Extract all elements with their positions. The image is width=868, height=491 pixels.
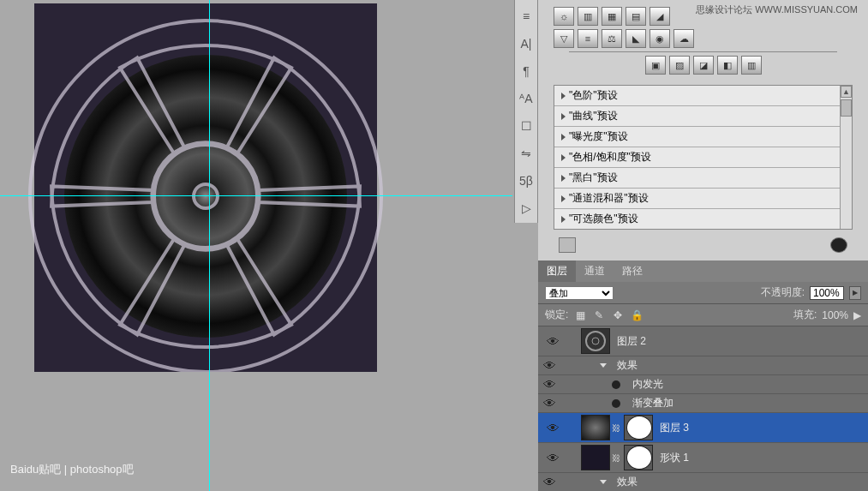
lock-all-icon[interactable]: 🔒 xyxy=(630,308,644,322)
view-icon[interactable] xyxy=(830,237,847,253)
adj-levels-icon[interactable]: ▥ xyxy=(578,7,598,26)
tab-layers[interactable]: 图层 xyxy=(538,260,576,282)
layer-row[interactable]: 👁 ⛓ 形状 1 xyxy=(538,443,868,473)
film-reel-artwork xyxy=(21,3,390,372)
preset-selective[interactable]: "可选颜色"预设 xyxy=(554,209,852,229)
preset-exposure[interactable]: "曝光度"预设 xyxy=(554,127,852,147)
triangle-down-icon[interactable] xyxy=(600,480,607,484)
lock-trans-icon[interactable]: ▦ xyxy=(573,308,587,322)
layer-thumb[interactable] xyxy=(581,415,610,440)
adj-poster-icon[interactable]: ▨ xyxy=(669,56,690,75)
fx-dot-icon xyxy=(612,399,620,408)
panel-tabs: 图层 通道 路径 xyxy=(538,260,868,282)
adj-vibrance-icon[interactable]: ◢ xyxy=(650,7,670,26)
watermark-text: Baidu贴吧 | photoshop吧 xyxy=(10,462,134,477)
adj-hue-icon[interactable]: ▽ xyxy=(554,29,574,48)
blend-mode-select[interactable]: 叠加 xyxy=(545,286,614,300)
layer-name[interactable]: 图层 3 xyxy=(660,421,689,435)
fill-value[interactable]: 100% xyxy=(822,309,848,321)
tool-font-icon[interactable]: ᴬA xyxy=(515,87,537,110)
adjustment-presets-list: "色阶"预设 "曲线"预设 "曝光度"预设 "色相/饱和度"预设 "黑白"预设 … xyxy=(554,85,853,230)
lock-paint-icon[interactable]: ✎ xyxy=(592,308,606,322)
layer-thumb[interactable] xyxy=(581,328,610,354)
tool-swap-icon[interactable]: ⇋ xyxy=(515,142,537,165)
adj-gradmap-icon[interactable]: ◧ xyxy=(717,56,738,75)
preset-label: "色相/饱和度"预设 xyxy=(569,150,651,165)
layer-name[interactable]: 形状 1 xyxy=(660,451,689,465)
tool-square-icon[interactable]: ☐ xyxy=(515,115,537,137)
preset-mixer[interactable]: "通道混和器"预设 xyxy=(554,189,852,209)
preset-hue[interactable]: "色相/饱和度"预设 xyxy=(554,147,852,168)
triangle-icon xyxy=(561,175,566,182)
tool-5b-icon[interactable]: 5β xyxy=(515,170,537,192)
adj-thresh-icon[interactable]: ◪ xyxy=(693,56,714,75)
tool-para-icon[interactable]: ≡ xyxy=(515,5,537,27)
fx-row[interactable]: 👁 效果 xyxy=(538,473,868,491)
lock-move-icon[interactable]: ✥ xyxy=(611,308,625,322)
tab-paths[interactable]: 路径 xyxy=(614,260,651,282)
adj-invert-icon[interactable]: ▣ xyxy=(645,56,666,75)
fx-label: 效果 xyxy=(617,475,638,489)
preset-label: "通道混和器"预设 xyxy=(569,191,649,206)
fx-label: 内发光 xyxy=(632,377,663,392)
preset-curves[interactable]: "曲线"预设 xyxy=(554,106,852,127)
layer-mask[interactable] xyxy=(624,445,653,470)
preset-levels[interactable]: "色阶"预设 xyxy=(554,86,852,106)
preset-bw[interactable]: "黑白"预设 xyxy=(554,168,852,189)
fx-gradient[interactable]: 👁 渐变叠加 xyxy=(538,394,868,413)
preset-scrollbar[interactable]: ▲ xyxy=(840,86,852,229)
link-icon[interactable]: ⛓ xyxy=(610,423,622,433)
canvas-area[interactable]: Baidu贴吧 | photoshop吧 xyxy=(0,0,512,491)
layers-panel: 图层 通道 路径 叠加 不透明度: 100% ▶ 锁定: ▦ ✎ ✥ 🔒 填充:… xyxy=(538,260,868,491)
tab-channels[interactable]: 通道 xyxy=(576,260,614,282)
fill-arrow-icon[interactable]: ▶ xyxy=(853,309,861,321)
triangle-icon xyxy=(561,93,566,99)
tool-pilcrow-icon[interactable]: ¶ xyxy=(515,60,537,82)
lock-row: 锁定: ▦ ✎ ✥ 🔒 填充: 100% ▶ xyxy=(538,304,868,326)
right-panel: 思缘设计论坛 WWW.MISSYUAN.COM ☼ ▥ ▦ ▤ ◢ ▽ ≡ ⚖ … xyxy=(538,0,868,491)
adj-brightness-icon[interactable]: ☼ xyxy=(554,7,574,26)
visibility-icon[interactable]: 👁 xyxy=(542,421,564,435)
scroll-thumb[interactable] xyxy=(841,99,852,117)
tool-play-icon[interactable]: ▷ xyxy=(515,197,537,219)
adj-lookup-icon[interactable]: ☁ xyxy=(673,29,694,48)
svg-point-0 xyxy=(64,55,347,338)
layer-mask[interactable] xyxy=(624,415,653,440)
preset-label: "黑白"预设 xyxy=(569,171,618,185)
triangle-down-icon[interactable] xyxy=(600,363,607,368)
visibility-icon[interactable]: 👁 xyxy=(542,451,564,465)
visibility-icon[interactable]: 👁 xyxy=(542,334,564,349)
opacity-arrow-icon[interactable]: ▶ xyxy=(849,286,861,300)
tool-char-icon[interactable]: A| xyxy=(515,33,537,55)
fx-label: 渐变叠加 xyxy=(632,396,673,410)
opacity-value[interactable]: 100% xyxy=(810,286,844,300)
adj-exposure-icon[interactable]: ▤ xyxy=(626,7,646,26)
visibility-icon[interactable]: 👁 xyxy=(538,358,560,373)
fill-label: 填充: xyxy=(793,308,817,322)
fx-inner-glow[interactable]: 👁 内发光 xyxy=(538,375,868,394)
adj-mixer-icon[interactable]: ◉ xyxy=(650,29,670,48)
document-canvas[interactable] xyxy=(34,3,377,372)
adj-photo-icon[interactable]: ◣ xyxy=(626,29,646,48)
visibility-icon[interactable]: 👁 xyxy=(538,475,560,489)
visibility-icon[interactable]: 👁 xyxy=(538,377,560,392)
layer-row[interactable]: 👁 图层 2 xyxy=(538,326,868,356)
fx-row[interactable]: 👁 效果 xyxy=(538,356,868,375)
adj-curves-icon[interactable]: ▦ xyxy=(602,7,622,26)
adj-balance-icon[interactable]: ⚖ xyxy=(602,29,622,48)
guide-horizontal[interactable] xyxy=(0,195,512,196)
visibility-icon[interactable]: 👁 xyxy=(538,396,560,410)
svg-point-4 xyxy=(586,332,605,350)
layer-name[interactable]: 图层 2 xyxy=(617,334,646,349)
layer-thumb[interactable] xyxy=(581,445,610,470)
adj-bw-icon[interactable]: ≡ xyxy=(578,29,598,48)
layer-row-selected[interactable]: 👁 ⛓ 图层 3 xyxy=(538,413,868,443)
scroll-up-icon[interactable]: ▲ xyxy=(841,86,852,98)
clip-icon[interactable] xyxy=(559,237,576,253)
triangle-icon xyxy=(561,113,566,120)
adj-select-icon[interactable]: ▥ xyxy=(741,56,762,75)
guide-vertical[interactable] xyxy=(209,0,210,491)
preset-label: "可选颜色"预设 xyxy=(569,212,638,226)
link-icon[interactable]: ⛓ xyxy=(610,453,622,463)
fx-label: 效果 xyxy=(617,358,638,373)
